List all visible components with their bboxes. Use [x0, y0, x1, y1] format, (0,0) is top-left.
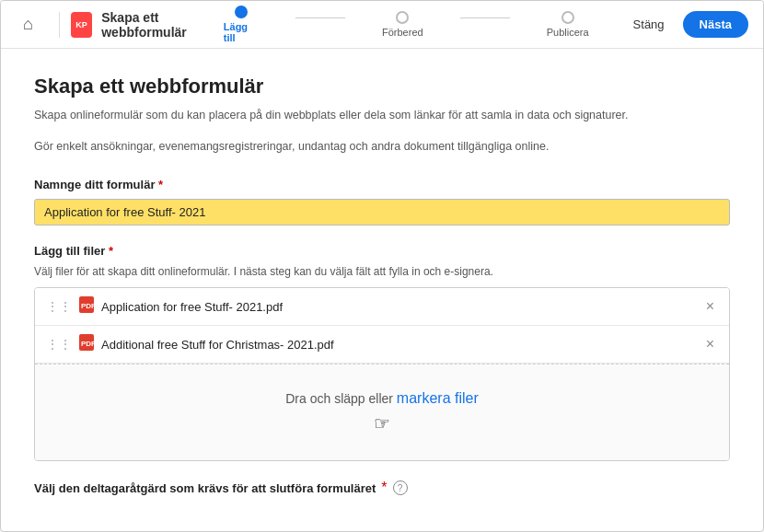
- step-add-circle: [235, 6, 248, 18]
- step-add-label: Lägg till: [224, 21, 259, 43]
- file-remove-button-2[interactable]: ×: [702, 336, 718, 353]
- drop-text: Dra och släpp eller: [285, 391, 397, 406]
- form-name-section: Namnge ditt formulär *: [34, 178, 730, 226]
- nav-divider: [59, 12, 60, 38]
- files-label: Lägg till filer *: [34, 244, 730, 258]
- file-remove-button-1[interactable]: ×: [702, 298, 718, 315]
- file-row: ⋮⋮ PDF Additional free Stuff for Christm…: [35, 326, 729, 364]
- topnav: ⌂ KP Skapa ett webbformulär Lägg till Fö…: [1, 1, 763, 49]
- step-prepare-circle: [396, 11, 409, 24]
- file-name-1: Application for free Stuff- 2021.pdf: [101, 300, 702, 314]
- step-line-2: [460, 17, 510, 18]
- page-desc-line2: Gör enkelt ansökningar, evenemangsregist…: [34, 137, 730, 156]
- cursor-icon: ☞: [374, 412, 390, 434]
- next-button[interactable]: Nästa: [683, 11, 748, 38]
- step-publish: Publicera: [547, 11, 589, 38]
- files-section: Lägg till filer * Välj filer för att ska…: [34, 244, 730, 461]
- svg-text:PDF: PDF: [81, 302, 94, 310]
- step-publish-label: Publicera: [547, 27, 589, 38]
- step-publish-circle: [561, 11, 574, 24]
- drop-area[interactable]: Dra och släpp eller markera filer ☞: [35, 364, 729, 460]
- svg-text:PDF: PDF: [81, 340, 94, 348]
- app-icon-label: KP: [75, 20, 87, 29]
- main-content: Skapa ett webbformulär Skapa onlineformu…: [1, 49, 763, 531]
- step-add: Lägg till: [224, 6, 259, 43]
- help-icon[interactable]: ?: [393, 480, 408, 495]
- step-prepare: Förbered: [382, 11, 423, 38]
- files-required: *: [109, 244, 113, 258]
- footer-label: Välj den deltagaråtgärd som krävs för at…: [34, 481, 376, 495]
- home-button[interactable]: ⌂: [16, 10, 41, 40]
- steps-container: Lägg till Förbered Publicera: [224, 6, 589, 43]
- page-desc-line1: Skapa onlineformulär som du kan placera …: [34, 106, 730, 124]
- step-line-1: [295, 17, 345, 18]
- pdf-icon-2: PDF: [79, 334, 94, 354]
- file-name-2: Additional free Stuff for Christmas- 202…: [101, 338, 702, 352]
- drop-text-container: Dra och släpp eller markera filer: [50, 390, 714, 407]
- footer-section: Välj den deltagaråtgärd som krävs för at…: [34, 480, 730, 496]
- app-window: ⌂ KP Skapa ett webbformulär Lägg till Fö…: [0, 0, 764, 532]
- app-title: Skapa ett webbformulär: [101, 10, 187, 40]
- files-desc: Välj filer för att skapa ditt onlineform…: [34, 265, 730, 278]
- close-button[interactable]: Stäng: [626, 14, 672, 35]
- footer-required: *: [381, 480, 387, 496]
- browse-files-link[interactable]: markera filer: [397, 390, 479, 406]
- topnav-actions: Stäng Nästa: [626, 11, 748, 38]
- page-title: Skapa ett webbformulär: [34, 75, 730, 98]
- form-name-required: *: [158, 178, 163, 191]
- step-prepare-label: Förbered: [382, 27, 423, 38]
- files-box: ⋮⋮ PDF Application for free Stuff- 2021.…: [34, 287, 730, 461]
- pdf-icon-1: PDF: [79, 296, 94, 317]
- app-icon: KP: [71, 12, 93, 38]
- drag-handle-icon-2[interactable]: ⋮⋮: [46, 337, 72, 352]
- form-name-input[interactable]: [34, 199, 730, 226]
- file-row: ⋮⋮ PDF Application for free Stuff- 2021.…: [35, 288, 729, 326]
- form-name-label: Namnge ditt formulär *: [34, 178, 730, 191]
- drag-handle-icon[interactable]: ⋮⋮: [46, 299, 72, 314]
- home-icon: ⌂: [23, 15, 33, 34]
